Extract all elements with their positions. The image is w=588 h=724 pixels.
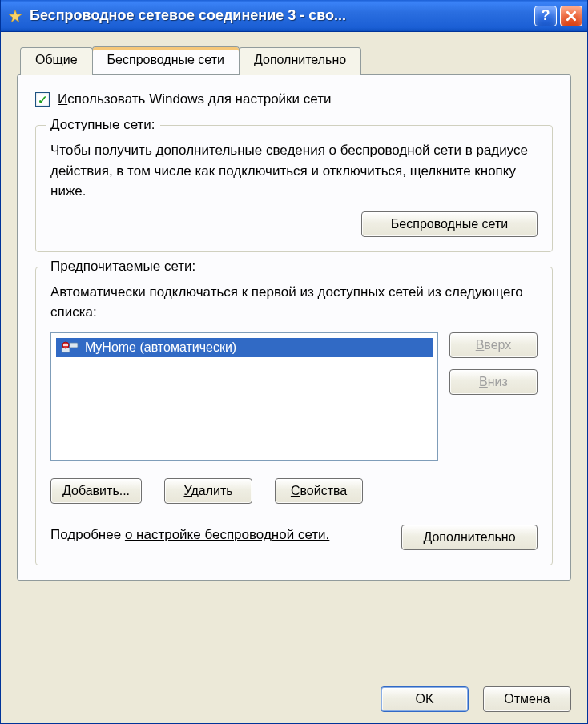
available-networks-text: Чтобы получить дополнительные сведения о… (50, 140, 538, 202)
tab-wireless-networks[interactable]: Беспроводные сети (92, 46, 240, 74)
available-networks-legend: Доступные сети: (46, 117, 160, 133)
help-button[interactable]: ? (534, 6, 557, 26)
move-down-button[interactable]: Вниз (449, 369, 538, 395)
advanced-button[interactable]: Дополнительно (401, 525, 538, 550)
list-item[interactable]: MyHome (автоматически) (56, 338, 433, 357)
dialog-footer: OK Отмена (17, 675, 571, 712)
add-button[interactable]: Добавить... (50, 478, 142, 504)
remove-button[interactable]: Удалить (164, 478, 252, 504)
use-windows-checkbox[interactable]: ✓ (35, 92, 50, 107)
preferred-networks-group: Предпочитаемые сети: Автоматически подкл… (35, 267, 553, 565)
more-info-link[interactable]: о настройке беспроводной сети. (125, 527, 329, 542)
tab-container: Общие Беспроводные сети Дополнительно ✓ … (17, 46, 571, 581)
titlebar[interactable]: Беспроводное сетевое соединение 3 - сво.… (1, 0, 587, 32)
cancel-button[interactable]: Отмена (483, 686, 571, 712)
available-networks-group: Доступные сети: Чтобы получить дополните… (35, 125, 553, 252)
tab-advanced[interactable]: Дополнительно (239, 47, 361, 75)
properties-button[interactable]: Свойства (275, 478, 363, 504)
preferred-networks-legend: Предпочитаемые сети: (46, 259, 200, 275)
list-item-label: MyHome (автоматически) (85, 340, 236, 355)
tabstrip: Общие Беспроводные сети Дополнительно (20, 46, 571, 74)
wireless-properties-window: Беспроводное сетевое соединение 3 - сво.… (0, 0, 588, 724)
preferred-networks-listbox[interactable]: MyHome (автоматически) (50, 332, 438, 461)
svg-marker-0 (9, 10, 22, 22)
move-up-button[interactable]: Вверх (449, 332, 538, 358)
wireless-networks-button[interactable]: Беспроводные сети (361, 211, 538, 237)
use-windows-checkbox-label: Использовать Windows для настройки сети (58, 91, 331, 107)
preferred-networks-text: Автоматически подключаться к первой из д… (50, 282, 538, 323)
window-title: Беспроводное сетевое соединение 3 - сво.… (30, 7, 531, 24)
dialog-body: Общие Беспроводные сети Дополнительно ✓ … (1, 32, 587, 723)
tab-general[interactable]: Общие (20, 47, 93, 75)
svg-rect-2 (70, 343, 78, 348)
tab-panel-wireless: ✓ Использовать Windows для настройки сет… (17, 74, 571, 581)
app-icon (7, 8, 23, 24)
svg-rect-4 (63, 344, 68, 346)
use-windows-checkbox-row[interactable]: ✓ Использовать Windows для настройки сет… (35, 91, 553, 107)
more-info-text: Подробнее о настройке беспроводной сети. (50, 525, 329, 545)
ok-button[interactable]: OK (381, 686, 469, 712)
close-button[interactable] (560, 6, 582, 26)
checkmark-icon: ✓ (38, 94, 48, 106)
network-disabled-icon (61, 341, 79, 354)
